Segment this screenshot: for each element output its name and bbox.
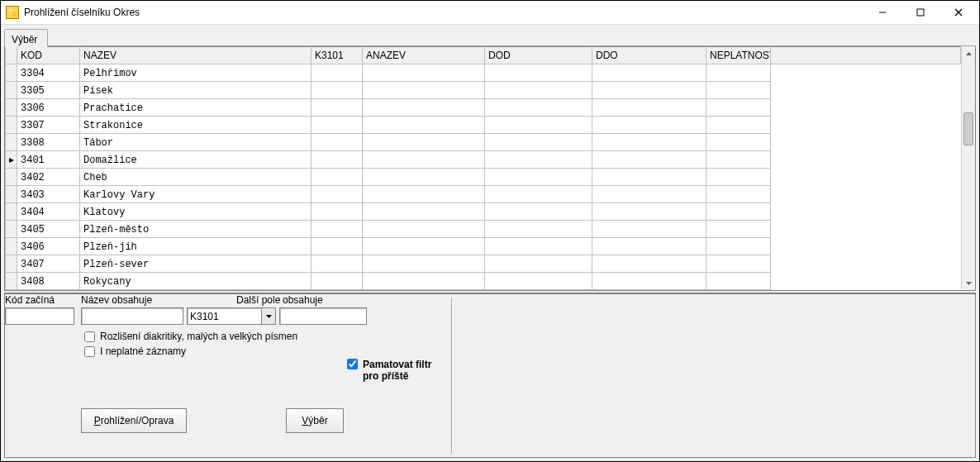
tab-vyber[interactable]: Výběr bbox=[4, 29, 48, 47]
row-indicator bbox=[6, 238, 17, 255]
maximize-button[interactable] bbox=[902, 1, 940, 24]
label-nazev-obsahuje: Název obsahuje bbox=[81, 294, 152, 306]
checkbox-diakritika[interactable]: Rozlišení diakritiky, malých a velkých p… bbox=[84, 331, 297, 342]
data-grid[interactable]: KOD NAZEV K3101 ANAZEV DOD DDO NEPLATNOS… bbox=[4, 46, 976, 291]
cell-filler bbox=[771, 221, 961, 238]
col-kod[interactable]: KOD bbox=[17, 47, 80, 64]
cell-dod bbox=[485, 151, 592, 169]
cell-kod: 3306 bbox=[17, 99, 80, 117]
cell-k3101 bbox=[312, 82, 363, 99]
cell-anazev bbox=[363, 238, 485, 255]
cell-nazev: Strakonice bbox=[80, 117, 312, 134]
cell-nazev: Plzeň-město bbox=[80, 221, 312, 238]
checkbox-neplatne-box[interactable] bbox=[84, 346, 95, 357]
obsahuje-input[interactable] bbox=[279, 307, 367, 325]
cell-neplatnost bbox=[706, 169, 771, 186]
col-dod[interactable]: DOD bbox=[485, 47, 592, 64]
cell-kod: 3405 bbox=[17, 221, 80, 238]
cell-dod bbox=[485, 169, 592, 186]
cell-anazev bbox=[363, 82, 485, 99]
cell-nazev: Prachatice bbox=[80, 99, 312, 117]
scroll-down-icon[interactable] bbox=[962, 276, 975, 290]
cell-nazev: Plzeň-jih bbox=[80, 238, 312, 255]
col-k3101[interactable]: K3101 bbox=[312, 47, 363, 64]
table-row[interactable]: 3306Prachatice bbox=[6, 99, 961, 117]
cell-anazev bbox=[363, 117, 485, 134]
vertical-scrollbar[interactable] bbox=[961, 46, 975, 290]
cell-dod bbox=[485, 117, 592, 134]
cell-filler bbox=[771, 117, 961, 134]
dalsi-pole-select[interactable]: K3101 bbox=[187, 307, 276, 325]
col-ddo[interactable]: DDO bbox=[592, 47, 706, 64]
prohlizeni-label: rohlížení/Oprava bbox=[101, 415, 174, 426]
col-neplatnost[interactable]: NEPLATNOST bbox=[706, 47, 771, 64]
cell-anazev bbox=[363, 273, 485, 290]
col-nazev[interactable]: NAZEV bbox=[80, 47, 312, 64]
cell-k3101 bbox=[312, 186, 363, 203]
cell-neplatnost bbox=[706, 99, 771, 117]
cell-ddo bbox=[592, 151, 706, 169]
table-row[interactable]: 3407Plzeň-sever bbox=[6, 255, 961, 273]
cell-k3101 bbox=[312, 238, 363, 255]
minimize-button[interactable] bbox=[863, 1, 902, 24]
cell-neplatnost bbox=[706, 273, 771, 290]
cell-anazev bbox=[363, 186, 485, 203]
table-row[interactable]: ▸3401Domažlice bbox=[6, 151, 961, 169]
table-row[interactable]: 3404Klatovy bbox=[6, 203, 961, 221]
cell-anazev bbox=[363, 203, 485, 221]
tab-strip: Výběr bbox=[1, 26, 979, 46]
cell-neplatnost bbox=[706, 82, 771, 99]
nazev-obsahuje-input[interactable] bbox=[81, 307, 183, 325]
table-row[interactable]: 3402Cheb bbox=[6, 169, 961, 186]
chevron-down-icon[interactable] bbox=[261, 308, 275, 324]
checkbox-pamatovat-box[interactable] bbox=[347, 359, 358, 369]
cell-kod: 3407 bbox=[17, 255, 80, 273]
row-indicator bbox=[6, 221, 17, 238]
kod-zacina-input[interactable] bbox=[5, 307, 74, 325]
cell-nazev: Plzeň-sever bbox=[80, 255, 312, 273]
col-filler bbox=[771, 47, 961, 64]
grid-header-row: KOD NAZEV K3101 ANAZEV DOD DDO NEPLATNOS… bbox=[6, 47, 961, 64]
table-row[interactable]: 3408Rokycany bbox=[6, 273, 961, 290]
scroll-thumb[interactable] bbox=[963, 112, 973, 145]
row-indicator bbox=[6, 134, 17, 151]
cell-neplatnost bbox=[706, 134, 771, 151]
checkbox-diakritika-box[interactable] bbox=[84, 331, 95, 342]
cell-nazev: Domažlice bbox=[80, 151, 312, 169]
table-row[interactable]: 3308Tábor bbox=[6, 134, 961, 151]
checkbox-neplatne[interactable]: I neplatné záznamy bbox=[84, 345, 186, 357]
table-row[interactable]: 3305Písek bbox=[6, 82, 961, 99]
checkbox-pamatovat[interactable]: Pamatovat filtr pro příště bbox=[347, 359, 431, 382]
cell-k3101 bbox=[312, 151, 363, 169]
cell-kod: 3404 bbox=[17, 203, 80, 221]
cell-dod bbox=[485, 221, 592, 238]
scroll-up-icon[interactable] bbox=[962, 46, 975, 60]
checkbox-pamatovat-label: Pamatovat filtr pro příště bbox=[363, 359, 431, 382]
cell-kod: 3408 bbox=[17, 273, 80, 290]
cell-kod: 3406 bbox=[17, 238, 80, 255]
cell-nazev: Cheb bbox=[80, 169, 312, 186]
cell-dod bbox=[485, 255, 592, 273]
prohlizeni-button[interactable]: Prohlížení/Oprava bbox=[81, 408, 187, 433]
cell-neplatnost bbox=[706, 64, 771, 82]
cell-filler bbox=[771, 134, 961, 151]
vyber-button[interactable]: Výběr bbox=[286, 408, 344, 433]
table-row[interactable]: 3304Pelhřimov bbox=[6, 64, 961, 82]
cell-filler bbox=[771, 186, 961, 203]
vyber-label: ýběr bbox=[308, 415, 327, 426]
cell-dod bbox=[485, 186, 592, 203]
label-obsahuje: obsahuje bbox=[283, 294, 323, 306]
table-row[interactable]: 3405Plzeň-město bbox=[6, 221, 961, 238]
app-icon bbox=[6, 6, 19, 19]
table-row[interactable]: 3307Strakonice bbox=[6, 117, 961, 134]
title-bar: Prohlížení číselníku Okres bbox=[1, 1, 979, 25]
table-row[interactable]: 3406Plzeň-jih bbox=[6, 238, 961, 255]
cell-ddo bbox=[592, 273, 706, 290]
col-anazev[interactable]: ANAZEV bbox=[363, 47, 485, 64]
cell-k3101 bbox=[312, 99, 363, 117]
cell-ddo bbox=[592, 117, 706, 134]
close-button[interactable] bbox=[940, 1, 978, 24]
table-row[interactable]: 3403Karlovy Vary bbox=[6, 186, 961, 203]
cell-filler bbox=[771, 64, 961, 82]
label-dalsi-pole: Další pole bbox=[236, 294, 280, 306]
